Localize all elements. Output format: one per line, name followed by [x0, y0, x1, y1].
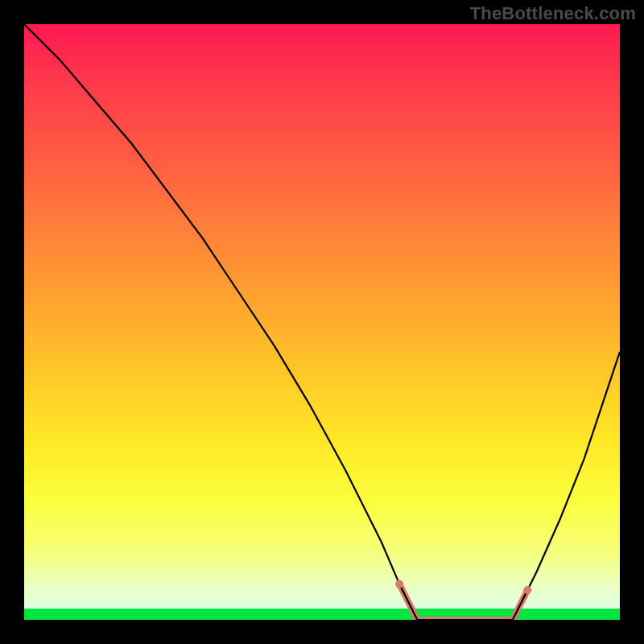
series-bottleneck-curve-left	[24, 24, 417, 620]
dot-group	[395, 580, 531, 594]
curve-group	[24, 24, 620, 620]
watermark-text: TheBottleneck.com	[470, 3, 636, 24]
plot-area	[24, 24, 620, 620]
chart-frame: TheBottleneck.com	[0, 0, 644, 644]
highlight-dot-1	[523, 586, 531, 594]
highlight-group	[399, 584, 527, 620]
curve-layer	[24, 24, 620, 620]
series-bottleneck-curve-right	[513, 352, 620, 620]
highlight-dot-0	[395, 580, 403, 588]
